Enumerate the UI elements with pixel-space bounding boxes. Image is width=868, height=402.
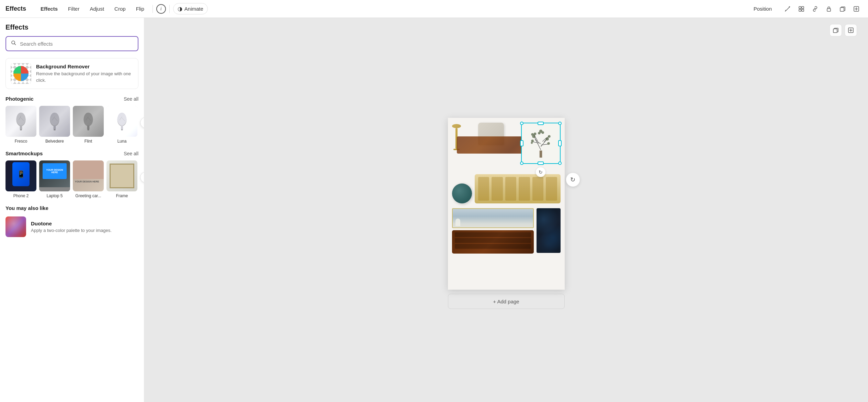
grid-icon-btn[interactable] xyxy=(795,3,808,15)
svg-point-41 xyxy=(545,137,549,140)
duotone-item[interactable]: Duotone Apply a two-color palette to you… xyxy=(5,215,138,238)
mockup-laptop5-thumb: YOUR DESIGN HERE xyxy=(39,160,70,191)
handle-ml[interactable] xyxy=(520,140,523,146)
link-icon-btn[interactable] xyxy=(809,3,821,15)
handle-tm[interactable] xyxy=(538,122,544,125)
canvas-copy-btn[interactable] xyxy=(830,24,842,36)
nav-flip[interactable]: Flip xyxy=(131,3,149,14)
handle-tl[interactable] xyxy=(520,122,523,125)
canvas-add-icon xyxy=(848,27,854,33)
add-element-icon-btn[interactable] xyxy=(850,3,863,15)
magic-icon-btn[interactable] xyxy=(781,3,794,15)
add-page-button[interactable]: + Add page xyxy=(448,294,565,309)
mockup-frame[interactable]: Frame xyxy=(106,160,137,198)
tree-svg xyxy=(14,111,28,132)
svg-rect-4 xyxy=(799,9,801,11)
dresser xyxy=(452,230,534,254)
canvas-page[interactable]: ↻ xyxy=(448,118,565,290)
duotone-face xyxy=(5,216,26,237)
svg-point-16 xyxy=(50,113,59,125)
canvas-add-btn[interactable] xyxy=(845,24,857,36)
handle-mr[interactable] xyxy=(558,140,562,146)
nav-effects[interactable]: Effects xyxy=(36,3,63,14)
svg-point-42 xyxy=(548,135,551,138)
moodboard-middle xyxy=(448,164,565,203)
svg-point-20 xyxy=(84,113,93,125)
svg-point-0 xyxy=(789,6,790,7)
svg-point-48 xyxy=(541,131,544,134)
svg-rect-29 xyxy=(539,150,542,158)
laptop-base xyxy=(39,187,70,191)
photogenic-see-all[interactable]: See all xyxy=(124,96,138,102)
tree-svg-4 xyxy=(115,111,129,132)
drawer-3 xyxy=(455,244,531,249)
handle-bm[interactable] xyxy=(538,161,544,165)
effect-luna[interactable]: Luna xyxy=(106,106,137,144)
mockup-greeting[interactable]: YOUR DESIGN HERE Greeting car... xyxy=(73,160,104,198)
svg-point-44 xyxy=(547,142,550,145)
left-panel: Effects Background Remover Remove the ba… xyxy=(0,18,144,402)
nav-filter[interactable]: Filter xyxy=(63,3,84,14)
photogenic-grid: Fresco Belvedere xyxy=(5,106,138,144)
handle-bl[interactable] xyxy=(520,161,523,165)
wallpaper-pattern xyxy=(537,208,561,253)
smartmockups-next-arrow[interactable]: › xyxy=(140,172,144,183)
search-box[interactable] xyxy=(5,36,138,51)
position-button[interactable]: Position xyxy=(748,3,777,14)
nav-crop[interactable]: Crop xyxy=(110,3,131,14)
handle-br[interactable] xyxy=(558,161,562,165)
mockup-phone2-thumb: 📱 xyxy=(5,160,36,191)
background-remover-description: Remove the background of your image with… xyxy=(36,71,133,83)
duotone-thumb xyxy=(5,216,26,237)
smartmockups-grid: 📱 Phone 2 YOUR DESIGN HERE Laptop 5 YOUR… xyxy=(5,160,138,198)
background-remover-icon xyxy=(11,63,31,84)
duotone-text: Duotone Apply a two-color palette to you… xyxy=(31,221,112,233)
nav-adjust[interactable]: Adjust xyxy=(85,3,109,14)
magic-wand-icon xyxy=(785,6,791,12)
svg-point-45 xyxy=(531,142,533,144)
svg-rect-2 xyxy=(799,7,801,9)
selected-tree-container[interactable]: ↻ xyxy=(521,123,561,164)
main-area: Effects Background Remover Remove the ba… xyxy=(0,18,868,402)
moodboard: ↻ xyxy=(448,118,565,290)
effect-flint[interactable]: Flint xyxy=(73,106,104,144)
svg-point-11 xyxy=(16,113,26,125)
lock-icon-btn[interactable] xyxy=(823,3,835,15)
smartmockups-see-all[interactable]: See all xyxy=(124,151,138,156)
rotate-float-button[interactable]: ↻ xyxy=(566,173,580,187)
smartmockups-title: Smartmockups xyxy=(5,150,43,156)
effect-luna-label: Luna xyxy=(117,139,127,144)
search-input[interactable] xyxy=(20,41,133,47)
effect-belvedere-label: Belvedere xyxy=(45,139,64,144)
svg-point-47 xyxy=(538,132,541,134)
in-canvas-rotate-handle[interactable]: ↻ xyxy=(536,167,545,177)
photogenic-next-arrow[interactable]: › xyxy=(140,117,144,128)
crib xyxy=(475,174,561,203)
mockup-laptop5[interactable]: YOUR DESIGN HERE Laptop 5 xyxy=(39,160,70,198)
copy-icon-btn[interactable] xyxy=(836,3,849,15)
you-may-like-title: You may also like xyxy=(5,205,138,211)
canvas-toolbar xyxy=(830,24,857,36)
background-remover-title: Background Remover xyxy=(36,64,133,69)
mockup-phone2[interactable]: 📱 Phone 2 xyxy=(5,160,36,198)
svg-point-24 xyxy=(117,113,127,125)
effect-fresco[interactable]: Fresco xyxy=(5,106,36,144)
topbar-nav: Effects Filter Adjust Crop Flip i ◑ Anim… xyxy=(36,3,748,14)
drawer-1 xyxy=(455,232,531,237)
effect-belvedere-thumb xyxy=(39,106,70,137)
effect-belvedere[interactable]: Belvedere xyxy=(39,106,70,144)
drawer-2 xyxy=(455,238,531,243)
effect-fresco-label: Fresco xyxy=(15,139,27,144)
info-icon[interactable]: i xyxy=(156,4,166,14)
photogenic-section-header: Photogenic See all xyxy=(5,96,138,102)
animate-button[interactable]: ◑ Animate xyxy=(173,3,208,14)
handle-tr[interactable] xyxy=(558,122,562,125)
lamp-small xyxy=(455,219,460,226)
dresser-drawers xyxy=(452,230,534,251)
background-remover-item[interactable]: Background Remover Remove the background… xyxy=(5,58,138,89)
photogenic-title: Photogenic xyxy=(5,96,34,102)
mockup-laptop5-label: Laptop 5 xyxy=(47,193,63,198)
crib-bars xyxy=(475,174,561,203)
selected-tree-frame xyxy=(521,123,561,164)
effect-flint-thumb xyxy=(73,106,104,137)
